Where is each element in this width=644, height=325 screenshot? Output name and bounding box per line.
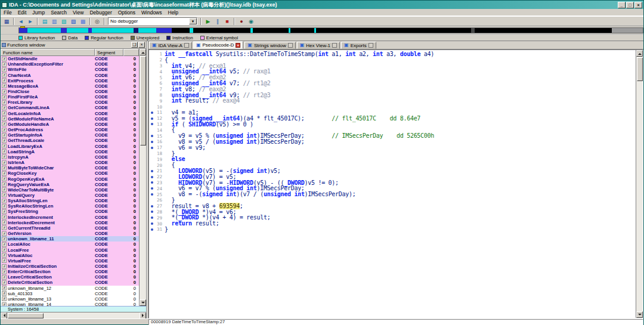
structures-view-icon[interactable]: ▧ bbox=[59, 17, 69, 26]
function-row[interactable]: funknown_libname_13CODE0 bbox=[1, 296, 139, 302]
forward-icon[interactable]: ► bbox=[26, 17, 35, 26]
function-row[interactable]: fSysAllocStringLenCODE0 bbox=[1, 198, 139, 203]
function-row[interactable]: fDeleteCriticalSectionCODE0 bbox=[1, 280, 139, 285]
disasm-view-icon[interactable]: ▤ bbox=[40, 17, 49, 26]
scroll-left-button[interactable] bbox=[1, 312, 7, 319]
function-row[interactable]: fVirtualFreeCODE0 bbox=[1, 258, 139, 264]
breakpoints-icon[interactable]: ● bbox=[237, 17, 246, 26]
pause-process-icon[interactable]: ∥ bbox=[213, 17, 222, 26]
function-row[interactable]: fWriteFileCODE0 bbox=[1, 67, 139, 72]
function-row[interactable]: fWideCharToMultiByteCODE0 bbox=[1, 187, 139, 193]
function-row[interactable]: fFreeLibraryCODE0 bbox=[1, 100, 139, 105]
column-header-function-name[interactable]: Function name bbox=[1, 49, 95, 56]
search-icon[interactable]: ◎ bbox=[92, 17, 102, 26]
code-line[interactable]: 10 bbox=[149, 104, 636, 110]
function-row[interactable]: fInitializeCriticalSectionCODE0 bbox=[1, 264, 139, 269]
tab-window-icon[interactable] bbox=[288, 43, 293, 48]
scroll-down-button[interactable] bbox=[140, 299, 146, 306]
scroll-up-button[interactable] bbox=[636, 50, 643, 57]
function-row[interactable]: fRegQueryValueExACODE0 bbox=[1, 182, 139, 187]
code-line[interactable]: 17 v6 = v9; bbox=[149, 145, 636, 151]
nav-band-segment[interactable] bbox=[92, 28, 134, 33]
nav-band-segment[interactable] bbox=[134, 28, 138, 33]
function-row[interactable]: flstrlenACODE0 bbox=[1, 160, 139, 165]
tab-pseudocode-d[interactable]: ▣Pseudocode-D× bbox=[193, 41, 243, 49]
nav-band-segment[interactable] bbox=[193, 28, 250, 33]
nav-band-segment[interactable] bbox=[316, 28, 471, 33]
function-row[interactable]: fLocalFreeCODE0 bbox=[1, 247, 139, 252]
scroll-down-button[interactable] bbox=[636, 311, 643, 318]
panel-float-button[interactable]: ❏ bbox=[131, 42, 138, 48]
code-line[interactable]: 25 v8 = -(signed int)(v7 / (unsigned int… bbox=[149, 191, 636, 197]
menu-search[interactable]: Search bbox=[48, 10, 70, 16]
function-row[interactable]: fLoadStringACODE0 bbox=[1, 149, 139, 154]
tab-window-icon[interactable] bbox=[184, 43, 189, 48]
menu-view[interactable]: View bbox=[70, 10, 86, 16]
menu-jump[interactable]: Jump bbox=[29, 10, 48, 16]
nav-band-segment[interactable] bbox=[27, 28, 61, 33]
function-row[interactable]: fEnterCriticalSectionCODE0 bbox=[1, 269, 139, 274]
scroll-thumb[interactable] bbox=[140, 56, 146, 146]
panel-close-button[interactable]: × bbox=[138, 42, 145, 48]
watches-icon[interactable]: ◉ bbox=[246, 17, 256, 26]
function-row[interactable]: fCharNextACODE0 bbox=[1, 72, 139, 78]
function-list-scrollbar[interactable] bbox=[139, 49, 146, 306]
enums-view-icon[interactable]: ▨ bbox=[69, 17, 78, 26]
function-row[interactable]: fLeaveCriticalSectionCODE0 bbox=[1, 274, 139, 280]
nav-band-segment[interactable] bbox=[253, 28, 289, 33]
debugger-combo[interactable]: No debugger▼ bbox=[108, 17, 197, 25]
hscroll-thumb[interactable] bbox=[8, 313, 44, 318]
nav-band-segment[interactable] bbox=[172, 28, 190, 33]
function-row[interactable]: fVirtualAllocCODE0 bbox=[1, 253, 139, 258]
tab-ida-view-a[interactable]: ▣IDA View-A bbox=[149, 42, 192, 49]
imports-view-icon[interactable]: ▩ bbox=[78, 17, 88, 26]
function-row[interactable]: funknown_libname_14CODE0 bbox=[1, 302, 139, 306]
start-process-icon[interactable]: ▶ bbox=[203, 17, 213, 26]
maximize-button[interactable]: □ bbox=[626, 2, 634, 8]
menu-windows[interactable]: Windows bbox=[138, 10, 165, 16]
nav-band-segment[interactable] bbox=[67, 28, 88, 33]
tab-strings-window[interactable]: ▣Strings window bbox=[244, 42, 295, 49]
stop-process-icon[interactable]: ■ bbox=[222, 17, 232, 26]
nav-band-segment[interactable] bbox=[156, 28, 172, 33]
function-list-hscrollbar[interactable] bbox=[1, 312, 146, 318]
function-row[interactable]: fMultiByteToWideCharCODE0 bbox=[1, 165, 139, 171]
tab-exports[interactable]: ▣Exports bbox=[341, 42, 376, 49]
menu-debugger[interactable]: Debugger bbox=[86, 10, 114, 16]
functions-window-header[interactable]: Functions window ❏× bbox=[1, 41, 146, 49]
tab-hex-view-1[interactable]: ▣Hex View-1 bbox=[297, 42, 340, 49]
code-line[interactable]: 29 *(_DWORD *)(v4 + 4) = result; bbox=[149, 215, 636, 221]
code-line[interactable]: 13 if ( SHIDWORD(v5) >= 0 ) bbox=[149, 122, 636, 128]
nav-band-segment[interactable] bbox=[475, 28, 612, 33]
menu-edit[interactable]: Edit bbox=[15, 10, 30, 16]
function-row[interactable]: fInterlockedIncrementCODE0 bbox=[1, 215, 139, 220]
back-icon[interactable]: ◄ bbox=[16, 17, 26, 26]
code-line[interactable]: 9 int result; // eax@4 bbox=[149, 98, 636, 104]
function-row[interactable]: funknown_libname_12CODE0 bbox=[1, 286, 139, 291]
nav-band-segment[interactable] bbox=[138, 28, 156, 33]
function-row[interactable]: fGetLocaleInfoACODE0 bbox=[1, 111, 139, 116]
function-row[interactable]: fGetVersionCODE0 bbox=[1, 231, 139, 236]
function-row[interactable]: fGetCommandLineACODE0 bbox=[1, 105, 139, 110]
nav-band-segment[interactable] bbox=[19, 28, 27, 33]
function-row[interactable]: fInterlockedDecrementCODE0 bbox=[1, 220, 139, 225]
function-row[interactable]: fFindCloseCODE0 bbox=[1, 89, 139, 94]
function-row[interactable]: fGetThreadLocaleCODE0 bbox=[1, 138, 139, 143]
code-line[interactable]: 19 else bbox=[149, 156, 636, 162]
function-row[interactable]: fGetCurrentThreadIdCODE0 bbox=[1, 225, 139, 231]
function-row[interactable]: fVirtualQueryCODE0 bbox=[1, 193, 139, 198]
menu-options[interactable]: Options bbox=[115, 10, 138, 16]
function-row[interactable]: fLoadLibraryExACODE0 bbox=[1, 144, 139, 149]
scroll-right-button[interactable] bbox=[140, 312, 146, 319]
column-header-segment[interactable]: Segment bbox=[95, 49, 123, 56]
nav-band-segment[interactable] bbox=[612, 28, 643, 33]
scroll-up-button[interactable] bbox=[140, 49, 146, 55]
function-row[interactable]: fMessageBoxACODE0 bbox=[1, 83, 139, 89]
title-bar[interactable]: IDA - C:\Documents and Settings\Administ… bbox=[1, 1, 643, 9]
function-row[interactable]: fLocalAllocCODE0 bbox=[1, 242, 139, 247]
pseudocode-scrollbar[interactable] bbox=[636, 50, 643, 318]
menu-help[interactable]: Help bbox=[165, 10, 181, 16]
code-line[interactable]: 18 } bbox=[149, 151, 636, 157]
function-row[interactable]: fSysFreeStringCODE0 bbox=[1, 209, 139, 214]
function-row[interactable]: fGetStartupInfoACODE0 bbox=[1, 132, 139, 138]
